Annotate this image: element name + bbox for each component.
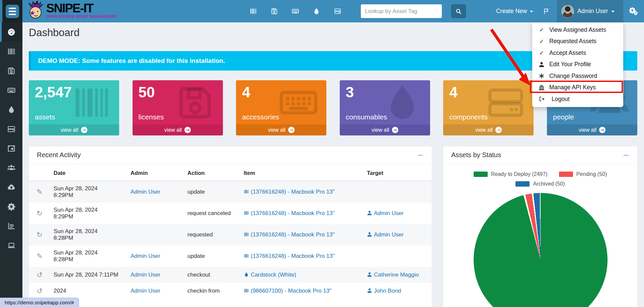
user-icon [367,232,372,237]
col-header-date[interactable]: Date [50,164,127,181]
menu-item-manage-api-keys[interactable]: Manage API Keys [532,82,623,94]
flag-icon [543,8,550,15]
admin-link[interactable]: Admin User [131,189,160,195]
menu-item-requested-assets[interactable]: ✓ Requested Assets [532,36,623,47]
item-link[interactable]: (986607100) - Macbook Pro 13" [244,288,331,294]
barcode-icon [244,253,249,259]
target-link[interactable]: Admin User [367,210,404,216]
sidebar-item-consumables[interactable] [0,100,22,119]
hamburger-menu-icon[interactable] [6,5,19,18]
floppy-icon [7,67,16,75]
user-icon [538,62,545,68]
legend-archived[interactable]: Archived (50) [515,181,565,187]
stat-value: 3 [346,84,424,100]
laptop-icon [7,241,16,250]
menu-item-logout[interactable]: Logout [532,93,623,105]
sidebar-item-reports[interactable] [0,216,22,236]
avatar [561,5,574,18]
floppy-icon[interactable] [270,7,278,15]
view-all-link[interactable]: view all→ [547,124,637,135]
sidebar-item-accessories[interactable] [0,81,22,100]
target-link[interactable]: John Bond [367,288,401,294]
chart-icon [7,222,16,230]
assets-status-pie-chart[interactable] [474,193,608,307]
stat-value: 2,547 [35,84,113,100]
legend-swatch [559,172,573,177]
sidebar-item-dashboard[interactable] [0,22,22,42]
stat-label: components [449,113,487,121]
table-row: ↺ Sun Apr 28, 2024 7:11PM Admin User che… [29,267,432,283]
barcode-icon[interactable] [249,7,257,15]
sidebar-item-licenses[interactable] [0,61,22,81]
search-button[interactable] [451,4,466,18]
arrow-circle-icon: → [184,127,191,133]
arrow-circle-icon: → [599,127,606,133]
collapse-icon[interactable]: − [417,151,424,159]
app-logo[interactable]: SNIPE-IT OPEN SOURCE ASSET MANAGEMENT [27,1,117,20]
assets-by-status-panel: Assets by Status − Ready to Deploy (2497… [443,146,637,307]
stat-box-accessories[interactable]: 4 accessories view all→ [236,80,326,135]
admin-link[interactable]: Admin User [131,288,160,294]
chevron-down-icon [611,11,615,12]
target-link[interactable]: Catherine Maggio [367,272,419,278]
view-all-link[interactable]: view all→ [236,124,326,135]
sidebar-item-people[interactable] [0,158,22,178]
flag-button[interactable] [543,0,550,22]
user-menu-toggle[interactable]: Admin User [557,0,623,22]
table-row: ✎ Sun Apr 28, 20248:28PM Admin User upda… [29,245,432,267]
menu-item-accept-assets[interactable]: ✓ Accept Assets [532,47,623,59]
item-link[interactable]: (1376616248) - Macbook Pro 13" [244,189,335,195]
admin-link[interactable]: Admin User [131,272,160,278]
col-header-admin[interactable]: Admin [127,164,184,181]
menu-item-change-password[interactable]: Change Password [532,70,623,82]
legend-pending[interactable]: Pending (50) [559,171,607,177]
sidebar-item-requestable[interactable] [0,236,22,255]
create-new-dropdown[interactable]: Create New [496,0,533,22]
gear-icon [633,11,638,15]
sidebar-item-components[interactable] [0,119,22,139]
view-all-link[interactable]: view all→ [29,124,119,135]
refresh-icon: ↻ [29,203,50,224]
admin-link[interactable]: Admin User [131,253,160,259]
barcode-icon [244,288,249,293]
sidebar-item-settings[interactable] [0,197,22,216]
search-input[interactable] [361,4,442,18]
col-header-action[interactable]: Action [184,164,240,181]
legend-ready-to-deploy[interactable]: Ready to Deploy (2497) [474,171,548,177]
view-all-link[interactable]: view all→ [443,124,534,135]
asset-tag-search [361,4,442,18]
menu-item-edit-your-profile[interactable]: Edit Your Profile [532,59,623,71]
table-row: ↻ Sun Apr 28, 20248:28PM requested (1376… [29,224,432,245]
item-link[interactable]: (1376616248) - Macbook Pro 13" [244,210,335,216]
hdd-icon [7,125,16,133]
droplet-icon [244,272,249,277]
view-all-link[interactable]: view all→ [340,124,430,135]
stat-box-licenses[interactable]: 50 licenses view all→ [133,80,223,135]
stat-box-components[interactable]: 4 components view all→ [443,80,534,135]
sidebar-item-import[interactable] [0,178,22,197]
collapse-icon[interactable]: − [623,151,629,159]
asterisk-icon [538,73,545,79]
item-link[interactable]: (1376616248) - Macbook Pro 13" [244,253,335,259]
keyboard-icon[interactable] [292,7,299,15]
col-header-target[interactable]: Target [364,164,432,181]
item-link[interactable]: Cardstock (White) [244,272,296,278]
undo-icon: ↺ [29,283,50,299]
recent-activity-panel: Recent Activity − Date Admin Action Item… [29,146,432,307]
menu-item-view-assigned-assets[interactable]: ✓ View Assigned Assets [532,24,623,36]
hdd-icon[interactable] [334,7,341,15]
stat-box-consumables[interactable]: 3 consumables view all→ [340,80,430,135]
pie-legend: Ready to Deploy (2497) Pending (50) Arch… [443,171,637,187]
item-link[interactable]: (1376616248) - Macbook Pro 13" [244,231,335,238]
sidebar-item-kits[interactable] [0,139,22,158]
target-link[interactable]: Admin User [367,231,404,238]
col-header-item[interactable]: Item [240,164,364,181]
droplet-icon[interactable] [313,7,320,15]
table-row: ↻ Sun Apr 28, 20248:29PM request cancele… [29,203,432,224]
stat-value: 4 [449,84,528,100]
view-all-link[interactable]: view all→ [133,124,223,135]
sidebar-item-assets[interactable] [0,42,22,61]
admin-settings-button[interactable] [629,0,642,22]
stat-box-assets[interactable]: 2,547 assets view all→ [29,80,119,135]
cloud-upload-icon [7,183,16,192]
